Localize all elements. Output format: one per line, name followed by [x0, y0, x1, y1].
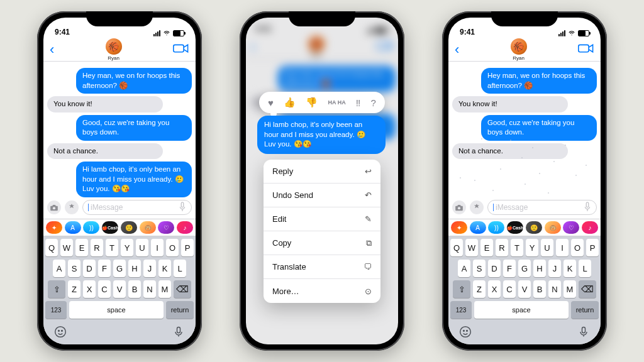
camera-button[interactable]	[47, 200, 61, 214]
key-m[interactable]: M	[158, 280, 171, 298]
tapback-question[interactable]: ?	[371, 97, 376, 108]
tapback-heart[interactable]: ♥	[268, 97, 274, 108]
key-l[interactable]: L	[174, 260, 186, 277]
tapback-exclaim[interactable]: ‼	[356, 97, 361, 108]
imessage-app-strip[interactable]: ✦ A )) 🍎Cash 🙂 🐵 ♡ ♪	[448, 219, 601, 236]
key-return[interactable]: return	[166, 301, 194, 319]
message-received[interactable]: Not a chance.	[47, 143, 163, 160]
app-chip-applecash[interactable]: 🍎Cash	[507, 221, 523, 234]
key-r[interactable]: R	[496, 239, 508, 256]
key-t[interactable]: T	[511, 239, 523, 256]
key-y[interactable]: Y	[121, 239, 133, 256]
key-z[interactable]: Z	[473, 280, 486, 298]
key-v[interactable]: V	[518, 280, 531, 298]
key-s[interactable]: S	[68, 260, 80, 277]
key-c[interactable]: C	[98, 280, 111, 298]
message-input[interactable]: iMessage	[82, 200, 192, 215]
message-received[interactable]: You know it!	[452, 96, 568, 112]
tapback-thumbs-down[interactable]: 👎	[306, 97, 318, 108]
back-button[interactable]: ‹	[50, 41, 54, 58]
key-s[interactable]: S	[473, 260, 486, 277]
key-y[interactable]: Y	[526, 239, 538, 256]
invisible-ink-effect[interactable]	[452, 131, 597, 197]
message-sent[interactable]: Good, cuz we're taking you boys down.	[481, 115, 597, 141]
app-chip-digitaltouch[interactable]: ♡	[563, 221, 579, 234]
key-l[interactable]: L	[579, 260, 591, 277]
key-d[interactable]: D	[83, 260, 96, 277]
key-b[interactable]: B	[533, 280, 546, 298]
key-k[interactable]: K	[564, 260, 576, 277]
key-o[interactable]: O	[571, 239, 584, 256]
key-shift[interactable]: ⇧	[453, 280, 470, 298]
contact-header[interactable]: 🏀 Ryan	[511, 38, 527, 61]
tapback-haha[interactable]: HA HA	[328, 100, 346, 105]
menu-translate[interactable]: Translate🗨︎	[264, 255, 380, 279]
tapback-thumbs-up[interactable]: 👍	[284, 97, 296, 108]
facetime-button[interactable]	[173, 43, 189, 57]
message-sent[interactable]: Good, cuz we're taking you boys down.	[76, 115, 192, 141]
key-v[interactable]: V	[113, 280, 126, 298]
dictation-button[interactable]	[577, 326, 590, 341]
key-o[interactable]: O	[166, 239, 179, 256]
menu-reply[interactable]: Reply↩︎	[264, 160, 380, 184]
key-123[interactable]: 123	[450, 301, 472, 319]
key-g[interactable]: G	[113, 260, 126, 277]
imessage-app-strip[interactable]: ✦ A )) 🍎Cash 🙂 🐵 ♡ ♪	[43, 219, 196, 236]
key-delete[interactable]: ⌫	[579, 280, 596, 298]
contact-header[interactable]: 🏀 Ryan	[106, 38, 122, 61]
facetime-button[interactable]	[578, 43, 594, 57]
app-chip-digitaltouch[interactable]: ♡	[158, 221, 174, 234]
key-g[interactable]: G	[518, 260, 531, 277]
message-list[interactable]: Hey man, we on for hoops this afternoon?…	[448, 62, 601, 197]
message-input[interactable]: iMessage	[487, 200, 597, 215]
app-chip-audio[interactable]: ))	[488, 221, 504, 234]
key-f[interactable]: F	[98, 260, 111, 277]
key-t[interactable]: T	[106, 239, 118, 256]
camera-button[interactable]	[452, 200, 466, 214]
app-chip-music[interactable]: ♪	[177, 221, 193, 234]
app-chip-animoji[interactable]: 🐵	[140, 221, 156, 234]
app-chip-music[interactable]: ♪	[582, 221, 598, 234]
key-123[interactable]: 123	[45, 301, 67, 319]
key-b[interactable]: B	[128, 280, 141, 298]
key-i[interactable]: I	[556, 239, 569, 256]
key-f[interactable]: F	[503, 260, 516, 277]
key-q[interactable]: Q	[450, 239, 463, 256]
key-r[interactable]: R	[91, 239, 103, 256]
message-received[interactable]: You know it!	[47, 96, 163, 112]
back-button[interactable]: ‹	[455, 41, 459, 58]
key-q[interactable]: Q	[45, 239, 58, 256]
key-n[interactable]: N	[143, 280, 156, 298]
menu-more[interactable]: More…⊙	[264, 279, 380, 303]
key-x[interactable]: X	[488, 280, 501, 298]
key-n[interactable]: N	[548, 280, 561, 298]
key-m[interactable]: M	[564, 280, 576, 298]
dictation-inline-icon[interactable]	[179, 202, 186, 214]
app-chip-animoji[interactable]: 🐵	[545, 221, 561, 234]
key-d[interactable]: D	[488, 260, 501, 277]
key-shift[interactable]: ⇧	[48, 280, 65, 298]
menu-undo-send[interactable]: Undo Send↶	[264, 184, 380, 207]
key-u[interactable]: U	[136, 239, 148, 256]
focused-message[interactable]: Hi lamb chop, it's only been an hour and…	[257, 116, 386, 154]
key-j[interactable]: J	[143, 260, 156, 277]
key-p[interactable]: P	[586, 239, 599, 256]
app-chip-photos[interactable]: ✦	[46, 221, 62, 234]
keyboard[interactable]: Q W E R T Y U I O P A S D F G H	[43, 236, 196, 344]
key-return[interactable]: return	[571, 301, 599, 319]
keyboard[interactable]: Q W E R T Y U I O P A S D F G H	[448, 236, 601, 344]
tapback-bar[interactable]: ♥ 👍 👎 HA HA ‼ ?	[259, 92, 385, 113]
key-w[interactable]: W	[465, 239, 478, 256]
key-e[interactable]: E	[480, 239, 493, 256]
menu-edit[interactable]: Edit✎	[264, 207, 380, 231]
dictation-button[interactable]	[172, 326, 185, 341]
key-i[interactable]: I	[151, 239, 164, 256]
key-h[interactable]: H	[533, 260, 546, 277]
message-list[interactable]: Hey man, we on for hoops this afternoon?…	[43, 62, 196, 197]
app-chip-store[interactable]: A	[470, 221, 486, 234]
app-chip-photos[interactable]: ✦	[451, 221, 467, 234]
key-u[interactable]: U	[541, 239, 553, 256]
app-chip-applecash[interactable]: 🍎Cash	[102, 221, 118, 234]
message-sent[interactable]: Hey man, we on for hoops this afternoon?…	[76, 68, 192, 94]
message-sent[interactable]: Hi lamb chop, it's only been an hour and…	[76, 162, 192, 197]
